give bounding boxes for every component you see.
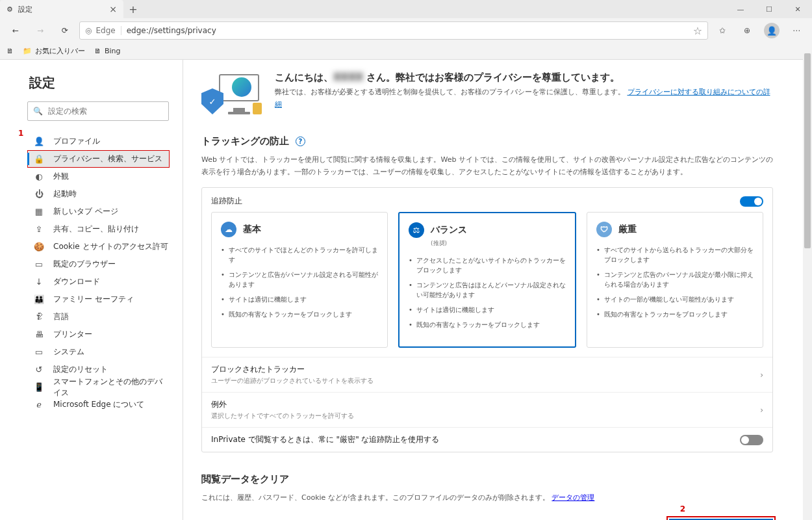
sidebar-item-4[interactable]: ▦新しいタブ ページ — [27, 203, 170, 220]
collections-button[interactable]: ⊕ — [737, 21, 757, 40]
shield-icon: ✓ — [201, 88, 223, 114]
address-bar[interactable]: ◎ Edge edge://settings/privacy ☆ — [79, 21, 708, 40]
bookmark-bing[interactable]: 🗎Bing — [94, 47, 121, 55]
nav-icon: ⇪ — [34, 224, 44, 235]
scrollbar-thumb[interactable] — [804, 53, 811, 248]
bookmark-favorites[interactable]: 📁お気に入りバー — [23, 46, 85, 56]
bookmarks-bar: 🗎 📁お気に入りバー 🗎Bing — [0, 43, 812, 60]
row-title: InPrivate で閲覧するときは、常に "厳密" な追跡防止を使用する — [211, 434, 740, 445]
sidebar-item-0[interactable]: 👤プロファイル — [27, 133, 170, 150]
sidebar-item-5[interactable]: ⇪共有、コピー、貼り付け — [27, 220, 170, 238]
settings-sidebar: 設定 🔍 設定の検索 1 👤プロファイル🔒プライバシー、検索、サービス◐外観⏻起… — [0, 60, 183, 520]
close-icon[interactable]: × — [109, 4, 117, 14]
page-title: 設定 — [29, 74, 170, 92]
back-button[interactable]: ← — [5, 21, 26, 40]
sidebar-item-3[interactable]: ⏻起動時 — [27, 185, 170, 203]
sidebar-item-label: スマートフォンとその他のデバイス — [53, 376, 170, 398]
sidebar-item-label: Microsoft Edge について — [53, 399, 144, 410]
profile-button[interactable]: 👤 — [761, 21, 782, 40]
more-menu-button[interactable]: ⋯ — [786, 21, 807, 40]
favorite-star-icon[interactable]: ☆ — [693, 25, 702, 37]
folder-icon: 📁 — [23, 47, 32, 55]
sidebar-item-10[interactable]: 🕏言語 — [27, 308, 170, 326]
tracking-box-label: 追跡防止 — [211, 196, 242, 207]
chevron-right-icon: › — [760, 406, 763, 415]
card-point: サイトは適切に機能します — [409, 305, 566, 315]
card-icon: ⚖ — [409, 222, 424, 238]
refresh-button[interactable]: ⟳ — [55, 21, 75, 40]
card-point: すべてのサイトでほとんどのトラッカーを許可します — [221, 245, 378, 265]
card-icon: 🛡 — [596, 222, 612, 237]
window-close-button[interactable]: ✕ — [783, 0, 812, 18]
sidebar-item-6[interactable]: 🍪Cookie とサイトのアクセス許可 — [27, 238, 170, 255]
favorites-button[interactable]: ✩ — [712, 21, 733, 40]
sidebar-item-label: 起動時 — [53, 188, 77, 200]
settings-search-input[interactable]: 🔍 設定の検索 — [27, 101, 169, 121]
tracking-row-1[interactable]: 例外選択したサイトですべてのトラッカーを許可する› — [202, 392, 772, 427]
chevron-right-icon: › — [760, 370, 763, 380]
nav-icon: ⏻ — [34, 189, 44, 200]
tracking-heading: トラッキングの防止 ? — [201, 135, 773, 148]
tracking-card-1[interactable]: ⚖バランス(推奨)アクセスしたことがないサイトからのトラッカーをブロックしますコ… — [398, 212, 576, 348]
sidebar-item-label: システム — [53, 346, 84, 358]
browser-toolbar: ← → ⟳ ◎ Edge edge://settings/privacy ☆ ✩… — [0, 18, 812, 43]
nav-icon: 👤 — [34, 136, 44, 147]
sidebar-item-label: 言語 — [53, 311, 69, 322]
sidebar-item-12[interactable]: ▭システム — [27, 343, 170, 361]
page-icon: 🗎 — [94, 47, 101, 55]
card-point: 既知の有害なトラッカーをブロックします — [221, 309, 378, 319]
site-identity[interactable]: ◎ Edge — [85, 26, 121, 35]
card-point: サイトは適切に機能します — [221, 294, 378, 304]
sidebar-item-label: プリンター — [53, 329, 92, 340]
hero-illustration: ✓ — [201, 72, 263, 117]
sidebar-item-1[interactable]: 🔒プライバシー、検索、サービス — [27, 150, 170, 168]
bookmark-blank[interactable]: 🗎 — [6, 47, 14, 55]
page-icon: 🗎 — [6, 47, 14, 55]
clear-data-heading: 閲覧データをクリア — [201, 473, 773, 486]
card-point: 既知の有害なトラッカーをブロックします — [596, 309, 754, 319]
forward-button: → — [30, 21, 51, 40]
sidebar-item-label: ダウンロード — [53, 276, 100, 287]
tracking-row-2[interactable]: InPrivate で閲覧するときは、常に "厳密" な追跡防止を使用する — [202, 427, 772, 452]
nav-icon: 👪 — [34, 294, 44, 305]
info-icon[interactable]: ? — [296, 136, 305, 146]
settings-main: ✓ こんにちは、XXXX さん。弊社ではお客様のプライバシーを尊重しています。 … — [183, 60, 812, 520]
maximize-button[interactable]: ☐ — [755, 0, 783, 18]
sidebar-item-2[interactable]: ◐外観 — [27, 168, 170, 185]
sidebar-item-14[interactable]: 📱スマートフォンとその他のデバイス — [27, 378, 170, 396]
sidebar-item-label: プライバシー、検索、サービス — [53, 153, 162, 164]
manage-data-link[interactable]: データの管理 — [552, 493, 594, 502]
tracking-card-2[interactable]: 🛡厳重すべてのサイトから送られるトラッカーの大部分をブロックしますコンテンツと広… — [587, 212, 763, 348]
sidebar-item-9[interactable]: 👪ファミリー セーフティ — [27, 291, 170, 308]
tracking-row-0[interactable]: ブロックされたトラッカーユーザーの追跡がブロックされているサイトを表示する› — [202, 357, 772, 392]
card-point: コンテンツと広告はほとんどパーソナル設定されない可能性があります — [409, 280, 566, 300]
vertical-scrollbar[interactable] — [803, 53, 812, 520]
row-title: ブロックされたトラッカー — [211, 364, 760, 375]
new-tab-button[interactable]: + — [123, 0, 143, 18]
search-placeholder: 設定の検索 — [48, 106, 87, 117]
row-subtitle: ユーザーの追跡がブロックされているサイトを表示する — [211, 376, 760, 385]
nav-icon: ▭ — [34, 259, 44, 270]
card-point: アクセスしたことがないサイトからのトラッカーをブロックします — [409, 255, 566, 275]
hero-description: 弊社では、お客様が必要とする透明性と制御を提供して、お客様のプライバシーを常に保… — [275, 86, 773, 110]
nav-icon: ℯ — [34, 400, 44, 410]
row-subtitle: 選択したサイトですべてのトラッカーを許可する — [211, 411, 760, 421]
nav-icon: 🍪 — [34, 242, 44, 252]
tab-title: 設定 — [18, 5, 32, 14]
row-title: 例外 — [211, 399, 760, 410]
tracking-toggle[interactable] — [740, 196, 763, 207]
tracking-description: Web サイトでは、トラッカーを使用して閲覧に関する情報を収集します。Web サ… — [201, 154, 773, 178]
sidebar-item-label: 新しいタブ ページ — [53, 206, 118, 217]
minimize-button[interactable]: — — [726, 0, 755, 18]
tracking-card-0[interactable]: ☁基本すべてのサイトでほとんどのトラッカーを許可しますコンテンツと広告がパーソナ… — [211, 212, 388, 348]
url-text: edge://settings/privacy — [127, 26, 216, 35]
sidebar-item-11[interactable]: 🖶プリンター — [27, 326, 170, 343]
sidebar-item-8[interactable]: ↓ダウンロード — [27, 273, 170, 291]
row-toggle[interactable] — [740, 435, 763, 445]
sidebar-item-15[interactable]: ℯMicrosoft Edge について — [27, 396, 170, 413]
browser-tab[interactable]: ⚙ 設定 × — [0, 0, 123, 18]
sidebar-item-label: 既定のブラウザー — [53, 259, 116, 270]
nav-icon: ▭ — [34, 347, 44, 358]
sidebar-item-7[interactable]: ▭既定のブラウザー — [27, 255, 170, 273]
tracking-prevention-box: 追跡防止 ☁基本すべてのサイトでほとんどのトラッカーを許可しますコンテンツと広告… — [201, 187, 773, 452]
